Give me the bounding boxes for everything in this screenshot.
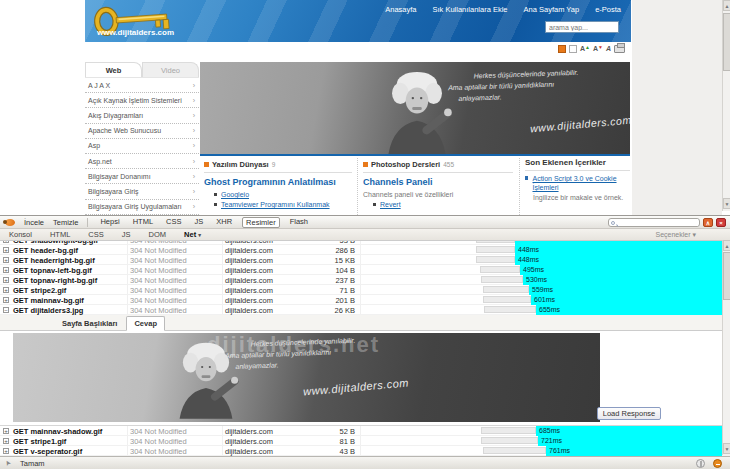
recent-desc: İngilizce bir makale ve örnek.	[533, 194, 630, 201]
firebug-panel: İncele Temizle HepsiHTMLCSSJSXHRResimler…	[0, 215, 730, 469]
sidebar-item[interactable]: A J A X ›	[85, 78, 199, 93]
panel-tab[interactable]: Net ▾	[175, 229, 210, 240]
scroll-down-button[interactable]: ▼	[723, 443, 730, 454]
net-filter-button[interactable]: JS	[191, 217, 206, 228]
font-increase-icon[interactable]: A▲	[580, 45, 590, 53]
panel-tab[interactable]: DOM	[140, 229, 176, 240]
expand-toggle-icon[interactable]: +	[3, 448, 9, 454]
article-link[interactable]: Googleio	[221, 191, 249, 198]
panel-tab[interactable]: JS	[113, 229, 140, 240]
timeline-receive-bar: 761ms	[546, 446, 722, 456]
net-filter-button[interactable]: HTML	[130, 217, 156, 228]
net-filter-button[interactable]: Resimler	[242, 217, 280, 228]
net-filter-button[interactable]: Flash	[287, 217, 311, 228]
net-filter-button[interactable]: CSS	[163, 217, 184, 228]
banner-nav-link[interactable]: e-Posta	[595, 5, 621, 14]
sidebar-item[interactable]: Asp ›	[85, 139, 199, 154]
net-request-row[interactable]: + GET v-seperator.gif 304 Not Modified d…	[0, 446, 730, 456]
expand-toggle-icon[interactable]: +	[3, 438, 9, 444]
net-request-row[interactable]: + GET stripe2.gif 304 Not Modified dijit…	[0, 285, 730, 295]
firebug-icon[interactable]	[5, 219, 15, 226]
firebug-search-input[interactable]	[618, 219, 698, 226]
chevron-right-icon: ›	[193, 82, 195, 89]
panel-tab[interactable]: Konsol	[0, 229, 41, 240]
response-site-watermark: www.dijitalders.com	[303, 376, 410, 397]
net-request-list-bottom: + GET mainnav-shadow.gif 304 Not Modifie…	[0, 426, 730, 456]
scroll-up-button[interactable]: ▲	[723, 240, 730, 251]
article-title-1[interactable]: Ghost Programının Anlatılması	[204, 177, 352, 187]
sidebar-tab-video[interactable]: Video	[142, 62, 199, 77]
article-link[interactable]: Revert	[380, 201, 401, 208]
bullet-icon	[525, 176, 528, 180]
bullet-icon	[373, 203, 376, 206]
sidebar-item[interactable]: Bilgisayara Giriş ›	[85, 184, 199, 199]
close-icon[interactable]: ×	[716, 218, 726, 227]
error-count-icon[interactable]	[713, 459, 722, 468]
options-menu[interactable]: Seçenekler ▾	[656, 229, 697, 241]
net-request-row[interactable]: + GET mainnav-bg.gif 304 Not Modified di…	[0, 295, 730, 305]
banner-nav-link[interactable]: Sık Kullanılanlara Ekle	[433, 5, 508, 14]
font-reset-icon[interactable]: A	[606, 45, 611, 53]
timeline-wait-bar	[476, 246, 515, 253]
request-timeline: 448ms	[368, 255, 722, 265]
net-request-row[interactable]: + GET stripe1.gif 304 Not Modified dijit…	[0, 436, 730, 446]
net-filter-button[interactable]: XHR	[213, 217, 235, 228]
tab-headers[interactable]: Sayfa Başlıkları	[55, 317, 124, 330]
panel-tab[interactable]: HTML	[41, 229, 79, 240]
expand-toggle-icon[interactable]: +	[3, 257, 9, 263]
load-response-button[interactable]: Load Response	[597, 407, 661, 420]
net-request-row[interactable]: + GET topnav-right-bg.gif 304 Not Modifi…	[0, 275, 730, 285]
browser-scrollbar[interactable]: ▲ ▼	[722, 0, 730, 211]
expand-toggle-icon[interactable]: +	[3, 241, 9, 243]
net-request-list-top: + GET shadowright-bg.gif 304 Not Modifie…	[0, 241, 730, 315]
banner-nav-link[interactable]: Ana Sayfam Yap	[524, 5, 580, 14]
article-links-1: Googleio Teamviewer Programını Kullanmak	[204, 191, 352, 208]
net-filter-button[interactable]: Hepsi	[97, 217, 122, 228]
expand-toggle-icon[interactable]: +	[3, 297, 9, 303]
net-request-row[interactable]: − GET dijitalders3.jpg 304 Not Modified …	[0, 305, 730, 315]
recent-link[interactable]: Action Script 3.0 ve Cookie İşlemleri	[532, 174, 630, 192]
inspect-button[interactable]: İncele	[24, 218, 44, 227]
net-request-row[interactable]: + GET header-bg.gif 304 Not Modified dij…	[0, 245, 730, 255]
scrollbar-thumb[interactable]	[723, 13, 730, 71]
minimize-button[interactable]: ∧	[703, 218, 713, 227]
expand-toggle-icon[interactable]: +	[3, 277, 9, 283]
firebug-statusbar-icon[interactable]	[696, 459, 705, 468]
scrollbar-thumb[interactable]	[723, 252, 730, 300]
sidebar-tab-web[interactable]: Web	[85, 62, 142, 77]
panel-tab[interactable]: CSS	[79, 229, 112, 240]
sidebar-item[interactable]: Bilgisayara Giriş Uygulamaları ›	[85, 200, 199, 215]
site-search-input[interactable]	[545, 21, 619, 33]
net-request-row[interactable]: + GET headerright-bg.gif 304 Not Modifie…	[0, 255, 730, 265]
banner-nav-link[interactable]: Anasayfa	[385, 5, 416, 14]
layout-icon[interactable]	[569, 45, 577, 53]
print-icon[interactable]	[614, 45, 625, 53]
status-label: Tamam	[20, 459, 45, 468]
sidebar-item[interactable]: Bilgisayar Donanımı ›	[85, 169, 199, 184]
sidebar-item[interactable]: Akış Diyagramları ›	[85, 108, 199, 123]
expand-toggle-icon[interactable]: +	[3, 247, 9, 253]
rss-icon[interactable]	[558, 45, 566, 53]
expand-toggle-icon[interactable]: +	[3, 267, 9, 273]
net-request-row[interactable]: + GET topnav-left-bg.gif 304 Not Modifie…	[0, 265, 730, 275]
expand-toggle-icon[interactable]: −	[3, 307, 9, 313]
firebug-search-box[interactable]	[608, 218, 700, 227]
expand-toggle-icon[interactable]: +	[3, 287, 9, 293]
font-decrease-icon[interactable]: A▼	[593, 45, 603, 53]
sidebar-item[interactable]: Asp.net ›	[85, 154, 199, 169]
response-preview-area: dijitalders.net Herkes düşüncelerinde ya…	[0, 331, 730, 426]
article-title-2[interactable]: Channels Paneli	[363, 177, 513, 187]
net-request-row[interactable]: + GET mainnav-shadow.gif 304 Not Modifie…	[0, 426, 730, 436]
request-timeline: 601ms	[368, 295, 722, 305]
clear-button[interactable]: Temizle	[53, 218, 78, 227]
article-link[interactable]: Teamviewer Programını Kullanmak	[221, 201, 330, 208]
expand-toggle-icon[interactable]: +	[3, 428, 9, 434]
hero-divider	[200, 154, 630, 156]
sidebar-item[interactable]: Açık Kaynak İşletim Sistemleri ›	[85, 93, 199, 108]
scroll-up-button[interactable]: ▲	[723, 0, 730, 11]
tab-response[interactable]: Cevap	[126, 316, 165, 331]
scroll-down-button[interactable]: ▼	[723, 198, 730, 209]
sidebar-item[interactable]: Apache Web Sunucusu ›	[85, 124, 199, 139]
firebug-scrollbar[interactable]: ▲ ▼	[722, 240, 730, 455]
chevron-down-icon: ▾	[198, 232, 201, 238]
